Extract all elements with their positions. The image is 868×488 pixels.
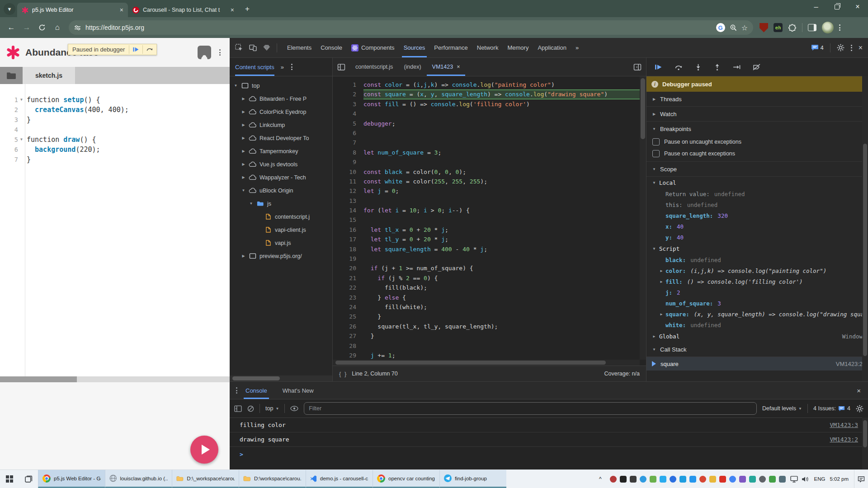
scope-section-local[interactable]: ▼Local <box>646 177 868 188</box>
tray-icon-3[interactable] <box>630 476 637 483</box>
section-watch[interactable]: ▶Watch <box>646 107 868 122</box>
tray-icon-6[interactable] <box>660 476 666 483</box>
taskbar-app-1[interactable]: p5.js Web Editor - Go... <box>38 470 105 488</box>
section-call-stack[interactable]: ▼Call Stack <box>646 342 868 357</box>
back-button[interactable]: ← <box>5 21 18 34</box>
network-icon[interactable] <box>790 476 798 483</box>
file-tab-sketchjs[interactable]: sketch.js <box>23 67 75 84</box>
pretty-print-icon[interactable]: { } <box>339 371 347 377</box>
tab-network[interactable]: Network <box>472 38 503 57</box>
chevron-right-icon[interactable]: ▶ <box>241 175 246 179</box>
settings-gear-icon[interactable] <box>837 44 844 52</box>
tray-icon-18[interactable] <box>779 476 786 483</box>
editor-horizontal-scrollbar[interactable] <box>333 360 640 366</box>
line-number[interactable]: 20 <box>333 263 363 273</box>
scope-variable[interactable]: j:2 <box>646 287 868 298</box>
line-number[interactable]: 6 <box>333 128 363 138</box>
section-breakpoints[interactable]: ▼Breakpoints <box>646 122 868 136</box>
eh-extension-icon[interactable]: eh <box>774 23 783 32</box>
issues-counter[interactable]: 4 Issues: 4 <box>813 405 850 412</box>
chevron-right-icon[interactable]: ▶ <box>241 162 246 166</box>
tree-item[interactable]: ▼js <box>230 197 332 210</box>
step-out-icon[interactable] <box>714 64 721 70</box>
tab-close-icon[interactable]: × <box>120 6 123 14</box>
scrollbar-thumb[interactable] <box>641 78 645 139</box>
p5js-logo[interactable] <box>6 46 20 59</box>
checkbox-icon[interactable] <box>652 150 660 157</box>
console-sidebar-icon[interactable] <box>234 405 242 412</box>
p5-menu-icon[interactable] <box>219 49 221 56</box>
tree-item[interactable]: ▶Linkclump <box>230 118 332 131</box>
p5-horizontal-scrollbar[interactable] <box>0 376 230 382</box>
chevron-right-icon[interactable]: ▶ <box>652 334 656 338</box>
chevron-right-icon[interactable]: ▶ <box>241 136 246 140</box>
line-number[interactable]: 4 <box>0 125 18 135</box>
resume-script-icon[interactable] <box>655 64 662 70</box>
browser-menu-icon[interactable] <box>839 24 840 31</box>
url-text[interactable]: https://editor.p5js.org <box>85 24 712 31</box>
ublock-extension-icon[interactable]: 1 <box>760 23 768 33</box>
sidebar-scrollbar[interactable] <box>862 76 868 381</box>
tray-icon-9[interactable] <box>689 476 696 483</box>
clock[interactable]: 5:02 pm <box>830 476 849 482</box>
tray-icon-4[interactable] <box>640 476 646 483</box>
log-source-link[interactable]: VM1423:2 <box>830 436 858 443</box>
tree-item[interactable]: ▼uBlock Origin <box>230 184 332 197</box>
line-number[interactable]: 21 <box>333 273 363 283</box>
window-restore-button[interactable] <box>826 0 847 14</box>
line-number[interactable]: 29 <box>333 351 363 360</box>
log-source-link[interactable]: VM1423:3 <box>830 422 858 428</box>
sidebar-toggle-icon[interactable] <box>629 58 646 76</box>
account-icon[interactable] <box>198 46 211 59</box>
default-levels-dropdown[interactable]: Default levels▼ <box>762 405 802 412</box>
scope-variable[interactable]: ▶square:(x, y, square_length) => console… <box>646 309 868 319</box>
language-indicator[interactable]: ENG <box>814 476 826 482</box>
p5-code-editor[interactable]: 1▼function setup() {2 createCanvas(400, … <box>0 84 230 376</box>
step-icon[interactable] <box>733 64 741 70</box>
tray-icon-1[interactable] <box>610 476 617 483</box>
tree-item[interactable]: ▶Wappalyzer - Tech <box>230 171 332 184</box>
reload-button[interactable] <box>35 21 49 34</box>
tray-icon-11[interactable] <box>709 476 716 483</box>
scrollbar-thumb[interactable] <box>335 361 606 365</box>
taskbar-app-7[interactable]: find-job-group <box>439 470 506 488</box>
deactivate-breakpoints-icon[interactable] <box>753 64 760 70</box>
tab-components[interactable]: Components <box>347 38 399 57</box>
section-threads[interactable]: ▶Threads <box>646 92 868 107</box>
tray-icon-7[interactable] <box>670 476 676 483</box>
tray-icon-15[interactable] <box>749 476 756 483</box>
call-stack-frame[interactable]: squareVM1423:2 <box>646 357 868 371</box>
tree-item[interactable]: ▶Bitwarden - Free P <box>230 92 332 105</box>
line-number[interactable]: 6 <box>0 145 18 155</box>
line-number[interactable]: 2 <box>333 89 363 99</box>
tree-item[interactable]: ▶ColorPick Eyedrop <box>230 105 332 118</box>
tray-icon-12[interactable] <box>719 476 726 483</box>
tray-icon-14[interactable] <box>739 476 746 483</box>
taskbar-app-5[interactable]: demo.js - carousell-c... <box>306 470 373 488</box>
zoom-icon[interactable] <box>730 24 737 31</box>
line-number[interactable]: 7 <box>0 155 18 164</box>
tab-elements[interactable]: Elements <box>283 38 316 57</box>
scrollbar-thumb[interactable] <box>863 420 867 447</box>
frame-location[interactable]: VM1423:2 <box>836 361 863 367</box>
line-number[interactable]: 11 <box>333 177 363 186</box>
line-number[interactable]: 23 <box>333 293 363 302</box>
chevron-right-icon[interactable]: ▶ <box>659 280 664 284</box>
window-minimize-button[interactable]: ─ <box>806 0 826 14</box>
file-tab-close-icon[interactable]: × <box>457 64 460 70</box>
navigator-toggle-icon[interactable] <box>333 58 350 76</box>
console-log-row[interactable]: drawing squareVM1423:2 <box>230 432 868 447</box>
console-log-row[interactable]: filling colorVM1423:3 <box>230 418 868 432</box>
line-number[interactable]: 25 <box>333 312 363 321</box>
console-scrollbar[interactable] <box>862 418 868 470</box>
context-selector[interactable]: top▼ <box>265 405 279 412</box>
tree-item[interactable]: ▶Tampermonkey <box>230 145 332 158</box>
drawer-tab-whats-new[interactable]: What's New <box>281 382 316 399</box>
console-settings-gear-icon[interactable] <box>856 405 863 413</box>
site-info-icon[interactable] <box>74 25 81 31</box>
devtools-close-icon[interactable]: × <box>859 44 863 52</box>
chevron-right-icon[interactable]: ▶ <box>241 97 246 101</box>
scope-section-global[interactable]: ▶GlobalWindow <box>646 330 868 342</box>
line-number[interactable]: 10 <box>333 167 363 177</box>
scrollbar-thumb[interactable] <box>232 376 280 380</box>
